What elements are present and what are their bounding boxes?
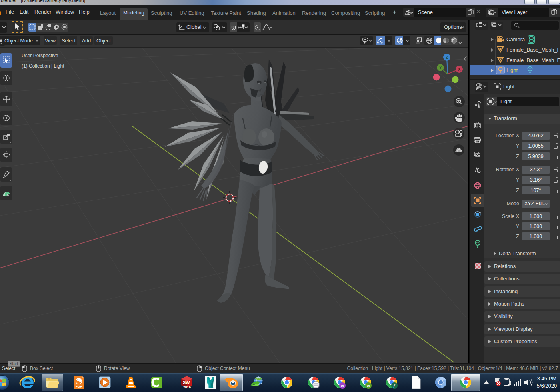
svg-text:MAYA: MAYA [208, 386, 214, 388]
svg-text:Y: Y [439, 66, 442, 70]
svg-text:w: w [340, 384, 344, 388]
svg-text:SW: SW [183, 380, 190, 385]
svg-text:w: w [366, 384, 370, 388]
svg-text:PDF: PDF [76, 385, 82, 388]
svg-text:X: X [458, 67, 461, 72]
svg-text:Z: Z [446, 55, 448, 60]
svg-text:2016: 2016 [183, 385, 191, 389]
